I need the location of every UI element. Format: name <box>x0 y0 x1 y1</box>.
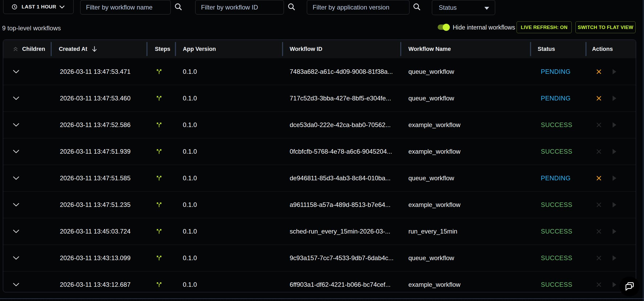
status-cell: SUCCESS <box>531 245 586 271</box>
status-cell: SUCCESS <box>531 218 586 245</box>
table-row: 2026-03-11 13:47:51.939 0.1.0 0fcbfcfb-5… <box>3 138 636 165</box>
actions-cell <box>586 192 636 218</box>
workflow-id-cell: dce53da0-222e-42ca-bab0-70562... <box>283 112 401 138</box>
table-row: 2026-03-11 13:47:53.460 0.1.0 717c52d3-3… <box>3 85 636 111</box>
table-row: 2026-03-11 13:43:13.099 0.1.0 9c93a157-7… <box>3 245 636 271</box>
status-badge: SUCCESS <box>541 254 573 262</box>
table-row: 2026-03-11 13:47:51.235 0.1.0 a9611158-a… <box>3 191 636 218</box>
expand-row-icon[interactable] <box>13 96 19 100</box>
status-badge: SUCCESS <box>541 201 573 208</box>
expand-row-icon[interactable] <box>13 256 19 260</box>
steps-icon[interactable] <box>156 228 163 235</box>
play-icon[interactable] <box>613 122 616 128</box>
status-badge: PENDING <box>541 95 571 102</box>
workflow-name-filter-input[interactable] <box>80 0 171 14</box>
actions-cell <box>586 138 636 165</box>
steps-icon[interactable] <box>156 122 163 128</box>
status-filter-select[interactable]: Status <box>432 0 495 15</box>
workflow-count-text: 9 top-level workflows <box>2 25 61 32</box>
cancel-icon[interactable] <box>596 148 602 155</box>
switch-to-flat-view-button[interactable]: SWITCH TO FLAT VIEW <box>575 21 636 33</box>
children-cell <box>3 112 51 138</box>
cancel-icon[interactable] <box>596 95 602 101</box>
cancel-icon[interactable] <box>596 281 602 288</box>
actions-cell <box>586 218 636 245</box>
children-cell <box>3 58 51 85</box>
app-version-cell: 0.1.0 <box>175 245 283 271</box>
steps-icon[interactable] <box>156 175 163 182</box>
header-actions: Actions <box>586 40 636 58</box>
hide-internal-toggle-knob[interactable] <box>443 24 450 31</box>
workflow-id-cell: a9611158-a57a-489d-8513-b7e64... <box>283 192 401 218</box>
steps-cell <box>147 85 175 111</box>
workflow-id-cell: 7483a682-a61c-4d09-9008-81f38a... <box>283 58 401 85</box>
workflow-id-cell: 717c52d3-3bba-427e-8bf5-e304fe... <box>283 85 401 111</box>
search-icon[interactable] <box>287 3 296 12</box>
expand-row-icon[interactable] <box>13 203 19 207</box>
header-workflow-name[interactable]: Workflow Name <box>401 40 531 58</box>
chat-button[interactable] <box>619 276 640 297</box>
header-app-version[interactable]: App Version <box>175 40 283 58</box>
play-icon[interactable] <box>613 96 616 101</box>
steps-icon[interactable] <box>156 201 163 208</box>
cancel-icon[interactable] <box>596 228 602 235</box>
search-icon[interactable] <box>174 3 183 12</box>
workflow-name-cell: queue_workflow <box>401 58 531 85</box>
table-row: 2026-03-11 13:45:03.724 0.1.0 sched-run_… <box>3 218 636 245</box>
play-icon[interactable] <box>613 202 616 207</box>
steps-icon[interactable] <box>156 95 163 102</box>
play-icon[interactable] <box>613 229 616 234</box>
play-icon[interactable] <box>613 176 616 181</box>
table-header-row: Children Created At Steps App Version Wo… <box>3 40 636 58</box>
workflow-name-cell: queue_workflow <box>401 165 531 191</box>
cancel-icon[interactable] <box>596 255 602 261</box>
play-icon[interactable] <box>613 149 616 154</box>
search-icon[interactable] <box>412 3 421 12</box>
expand-row-icon[interactable] <box>13 123 19 127</box>
play-icon[interactable] <box>613 255 616 261</box>
expand-row-icon[interactable] <box>13 70 19 74</box>
created-at-cell: 2026-03-11 13:47:51.939 <box>51 138 147 165</box>
expand-row-icon[interactable] <box>13 283 19 287</box>
created-at-cell: 2026-03-11 13:47:53.471 <box>51 58 147 85</box>
steps-icon[interactable] <box>156 281 163 288</box>
cancel-icon[interactable] <box>596 69 602 75</box>
steps-cell <box>147 112 175 138</box>
dropdown-arrow-icon <box>484 7 489 10</box>
live-refresh-button[interactable]: LIVE REFRESH: ON <box>517 21 572 33</box>
header-workflow-name-label: Workflow Name <box>408 46 451 52</box>
cancel-icon[interactable] <box>596 122 602 128</box>
expand-row-icon[interactable] <box>13 150 19 153</box>
collapse-all-icon[interactable] <box>13 46 18 52</box>
status-cell: SUCCESS <box>531 271 586 292</box>
chat-icon <box>624 281 635 292</box>
header-steps[interactable]: Steps <box>147 40 175 58</box>
expand-row-icon[interactable] <box>13 176 19 180</box>
hide-internal-toggle-label: Hide internal workflows <box>453 24 515 31</box>
header-workflow-id[interactable]: Workflow ID <box>283 40 401 58</box>
status-badge: SUCCESS <box>541 121 573 129</box>
play-icon[interactable] <box>613 282 616 287</box>
actions-cell <box>586 112 636 138</box>
header-status[interactable]: Status <box>531 40 586 58</box>
created-at-cell: 2026-03-11 13:43:12.687 <box>51 271 147 292</box>
children-cell <box>3 85 51 111</box>
header-created-at[interactable]: Created At <box>51 40 147 58</box>
steps-icon[interactable] <box>156 68 163 75</box>
children-cell <box>3 271 51 292</box>
cancel-icon[interactable] <box>596 202 602 208</box>
expand-row-icon[interactable] <box>13 230 19 233</box>
created-at-cell: 2026-03-11 13:47:51.235 <box>51 192 147 218</box>
children-cell <box>3 245 51 271</box>
workflow-id-filter-input[interactable] <box>195 0 284 14</box>
header-children[interactable]: Children <box>3 40 51 58</box>
time-range-button[interactable]: LAST 1 HOUR <box>3 0 74 14</box>
steps-icon[interactable] <box>156 255 163 261</box>
steps-icon[interactable] <box>156 148 163 155</box>
clock-icon <box>12 4 17 10</box>
cancel-icon[interactable] <box>596 175 602 181</box>
status-badge: SUCCESS <box>541 228 573 235</box>
app-version-filter-input[interactable] <box>307 0 409 14</box>
play-icon[interactable] <box>613 69 616 74</box>
sort-desc-icon[interactable] <box>92 46 97 52</box>
